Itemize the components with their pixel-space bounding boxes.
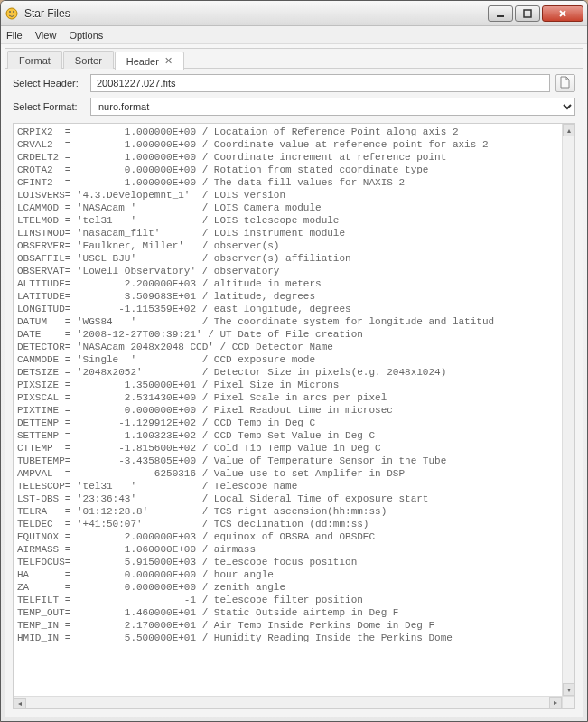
vertical-scrollbar[interactable]: ▴ ▾ [562, 124, 574, 696]
svg-rect-4 [524, 10, 531, 17]
select-header-row: Select Header: [5, 69, 583, 92]
maximize-button[interactable] [515, 5, 540, 22]
select-format-label: Select Format: [13, 101, 85, 112]
tab-label: Header [126, 56, 159, 67]
select-format-dropdown[interactable]: nuro.format [90, 98, 575, 116]
select-header-label: Select Header: [13, 78, 85, 89]
horizontal-scrollbar[interactable]: ◂ ▸ [14, 696, 562, 708]
svg-rect-3 [497, 15, 504, 17]
file-icon [560, 76, 571, 90]
select-header-input[interactable] [90, 74, 550, 92]
minimize-button[interactable] [488, 5, 513, 22]
svg-point-2 [13, 11, 14, 13]
window-buttons [488, 5, 583, 22]
titlebar: Star Files [1, 1, 587, 26]
header-text: CRPIX2 = 1.000000E+00 / Locataion of Ref… [14, 124, 562, 696]
scroll-down-arrow-icon[interactable]: ▾ [563, 683, 574, 696]
tab-format[interactable]: Format [7, 51, 62, 69]
tab-label: Format [19, 55, 51, 66]
close-icon[interactable]: ✕ [164, 55, 173, 67]
scroll-left-arrow-icon[interactable]: ◂ [14, 698, 26, 709]
scroll-up-arrow-icon[interactable]: ▴ [563, 124, 574, 136]
browse-button[interactable] [555, 74, 575, 92]
tab-sorter[interactable]: Sorter [63, 51, 114, 69]
scroll-corner [562, 696, 574, 708]
menubar: File View Options [1, 26, 587, 44]
svg-point-1 [9, 11, 11, 13]
tabs: Format Sorter Header ✕ [5, 49, 583, 69]
menu-options[interactable]: Options [69, 30, 103, 41]
select-format-row: Select Format: nuro.format [5, 92, 583, 116]
menu-file[interactable]: File [6, 30, 23, 41]
tab-header[interactable]: Header ✕ [115, 52, 184, 70]
window: Star Files File View Options Format Sort… [0, 0, 588, 722]
app-icon [5, 6, 19, 21]
menu-view[interactable]: View [35, 30, 57, 41]
window-title: Star Files [24, 7, 488, 20]
tab-label: Sorter [75, 55, 102, 66]
close-button[interactable] [542, 5, 583, 22]
header-content: CRPIX2 = 1.000000E+00 / Locataion of Ref… [13, 123, 575, 709]
client-area: Format Sorter Header ✕ Select Header: Se… [5, 48, 583, 717]
scroll-right-arrow-icon[interactable]: ▸ [549, 697, 562, 708]
svg-point-0 [6, 8, 17, 19]
